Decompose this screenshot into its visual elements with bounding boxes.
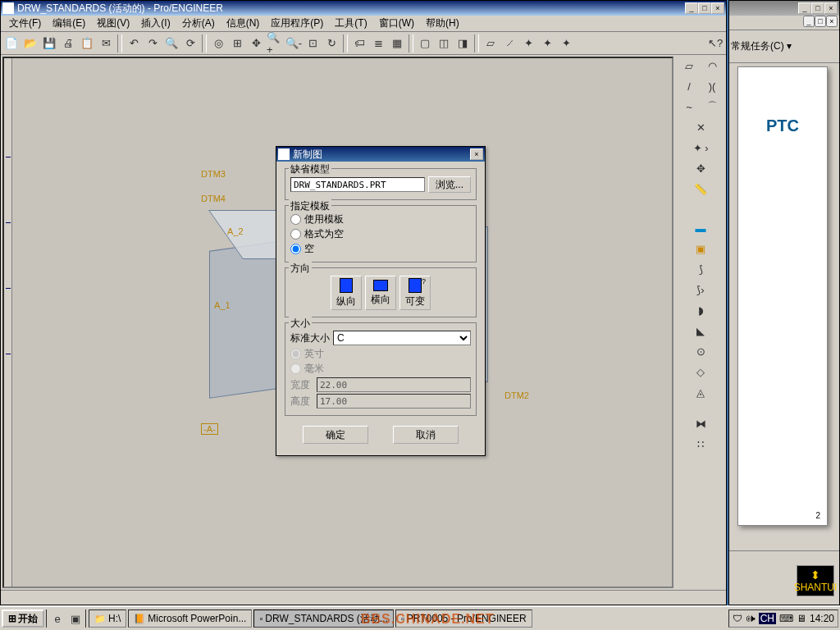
start-button[interactable]: ⊞ 开始 <box>2 609 44 628</box>
axis-tool-icon[interactable]: / <box>678 77 700 95</box>
regen-icon[interactable]: ⟳ <box>181 34 199 52</box>
repaint-icon[interactable]: ↻ <box>322 34 340 52</box>
chamfer-tool-icon[interactable]: ◣ <box>690 322 711 340</box>
arc-tool-icon[interactable]: ⌒ <box>701 98 723 116</box>
curve-tool-icon[interactable]: ~ <box>678 98 700 116</box>
menu-file[interactable]: 文件(F) <box>4 15 46 32</box>
wireframe-icon[interactable]: ▢ <box>416 34 434 52</box>
help-arrow-icon[interactable]: ↖? <box>706 34 724 52</box>
zoom-fit-icon[interactable]: ⊡ <box>304 34 322 52</box>
revolve-tool-icon[interactable]: ▣ <box>690 240 711 258</box>
menu-edit[interactable]: 编辑(E) <box>48 15 90 32</box>
active-task[interactable]: ▫DRW_STANDARDS (活动... <box>253 609 393 628</box>
doc-min-button[interactable]: _ <box>803 16 815 27</box>
zoom-out-icon[interactable]: 🔍- <box>285 34 303 52</box>
menu-analysis[interactable]: 分析(A) <box>177 15 220 32</box>
spin-icon[interactable]: ◎ <box>209 34 227 52</box>
layers-icon[interactable]: ≣ <box>369 34 387 52</box>
close-button[interactable]: × <box>711 2 724 14</box>
menu-insert[interactable]: 插入(I) <box>136 15 175 32</box>
browse-button[interactable]: 浏览... <box>428 176 471 193</box>
annot-icon[interactable]: ✦ <box>557 34 575 52</box>
ie-icon[interactable]: e <box>49 610 66 627</box>
proe-task[interactable]: ▫PRT0005 - Pro/ENGINEER <box>395 609 532 628</box>
menu-help[interactable]: 帮助(H) <box>421 15 464 32</box>
sec-min-button[interactable]: _ <box>798 2 811 14</box>
powerpoint-task[interactable]: 📙Microsoft PowerPoin... <box>128 609 252 628</box>
measure-tool-icon[interactable]: 📏 <box>690 180 711 198</box>
shaded-icon[interactable]: ◨ <box>454 34 472 52</box>
menu-view[interactable]: 视图(V) <box>92 15 135 32</box>
orientation-group: 方向 纵向 横向 ?可变 <box>285 267 477 317</box>
shell-tool-icon[interactable]: ◇ <box>690 363 711 381</box>
desktop-icon[interactable]: ▣ <box>67 610 84 627</box>
ok-button[interactable]: 确定 <box>303 426 368 444</box>
copy-icon[interactable]: 📋 <box>78 34 96 52</box>
system-tray[interactable]: 🛡 🕪 CH ⌨ 🖥 14:20 <box>728 609 838 628</box>
blend-tool-icon[interactable]: ⟆› <box>690 281 711 299</box>
undo-icon[interactable]: ↶ <box>125 34 143 52</box>
ime-indicator[interactable]: CH <box>759 613 776 624</box>
use-template-radio[interactable] <box>290 214 301 225</box>
doc-max-button[interactable]: □ <box>815 16 826 27</box>
find-icon[interactable]: 🔍 <box>162 34 180 52</box>
slide-preview[interactable]: PTC 2 <box>737 66 828 526</box>
datum-point-icon[interactable]: ✦ <box>519 34 537 52</box>
open-icon[interactable]: 📂 <box>21 34 39 52</box>
tray-icon[interactable]: 🛡 <box>733 613 742 624</box>
point-tool-icon[interactable]: ✕ <box>690 118 711 136</box>
portrait-button[interactable]: 纵向 <box>331 276 362 310</box>
common-tasks-menu[interactable]: 常规任务(C) ▾ <box>731 39 792 53</box>
sketch-tool-icon[interactable]: ◠ <box>701 57 723 75</box>
csys-tool-icon[interactable]: ✦ › <box>690 139 711 157</box>
extrude-tool-icon[interactable]: ▬ <box>690 219 711 237</box>
save-icon[interactable]: 💾 <box>40 34 58 52</box>
hidden-icon[interactable]: ◫ <box>435 34 453 52</box>
draft-tool-icon[interactable]: ◬ <box>690 383 711 401</box>
csys-icon[interactable]: ✦ <box>538 34 556 52</box>
cut-tool-icon[interactable]: )( <box>701 77 723 95</box>
sec-close-button[interactable]: × <box>824 2 838 14</box>
datum-axis-icon[interactable]: ⟋ <box>500 34 518 52</box>
minimize-button[interactable]: _ <box>685 2 698 14</box>
select-icon[interactable]: ✥ <box>247 34 265 52</box>
new-icon[interactable]: 📄 <box>2 34 21 52</box>
print-icon[interactable]: 🖨 <box>59 34 77 52</box>
mail-icon[interactable]: ✉ <box>97 34 115 52</box>
graph-icon[interactable]: ⊞ <box>228 34 246 52</box>
menu-window[interactable]: 窗口(W) <box>374 15 419 32</box>
menu-app[interactable]: 应用程序(P) <box>266 15 328 32</box>
redo-icon[interactable]: ↷ <box>144 34 162 52</box>
main-title-bar[interactable]: DRW_STANDARDS (活动的) - Pro/ENGINEER _ □ × <box>1 1 726 16</box>
menu-tools[interactable]: 工具(T) <box>330 15 372 32</box>
variable-button[interactable]: ?可变 <box>399 276 431 310</box>
empty-radio[interactable] <box>290 244 301 254</box>
plane-tool-icon[interactable]: ▱ <box>678 57 700 75</box>
explorer-task[interactable]: 📁H:\ <box>89 609 126 628</box>
landscape-button[interactable]: 横向 <box>365 276 396 310</box>
cancel-button[interactable]: 取消 <box>393 426 459 444</box>
dialog-title-bar[interactable]: 新制图 × <box>276 147 485 162</box>
size-group: 大小 标准大小 C 英寸 毫米 宽度 高度 <box>285 322 477 416</box>
view-mgr-icon[interactable]: ▦ <box>388 34 406 52</box>
sweep-tool-icon[interactable]: ⟆ <box>690 260 711 278</box>
tag-icon[interactable]: 🏷 <box>350 34 368 52</box>
dialog-close-button[interactable]: × <box>470 148 483 160</box>
annot-tool-icon[interactable]: ✥ <box>690 159 711 177</box>
std-size-select[interactable]: C <box>333 331 471 345</box>
zoom-in-icon[interactable]: 🔍+ <box>266 34 284 52</box>
maximize-button[interactable]: □ <box>698 2 711 14</box>
menu-info[interactable]: 信息(N) <box>221 15 265 32</box>
format-empty-radio[interactable] <box>290 229 301 240</box>
datum-plane-icon[interactable]: ▱ <box>482 34 500 52</box>
sec-max-button[interactable]: □ <box>811 2 824 14</box>
round-tool-icon[interactable]: ◗ <box>690 301 711 319</box>
tray-icon[interactable]: 🕪 <box>746 613 756 624</box>
hole-tool-icon[interactable]: ⊙ <box>690 342 711 360</box>
model-file-input[interactable] <box>290 177 425 192</box>
mirror-tool-icon[interactable]: ⧓ <box>690 414 711 432</box>
tray-icon[interactable]: ⌨ <box>779 613 793 624</box>
doc-close-button[interactable]: × <box>826 16 838 27</box>
pattern-tool-icon[interactable]: ∷ <box>690 435 711 453</box>
tray-icon[interactable]: 🖥 <box>797 613 806 624</box>
